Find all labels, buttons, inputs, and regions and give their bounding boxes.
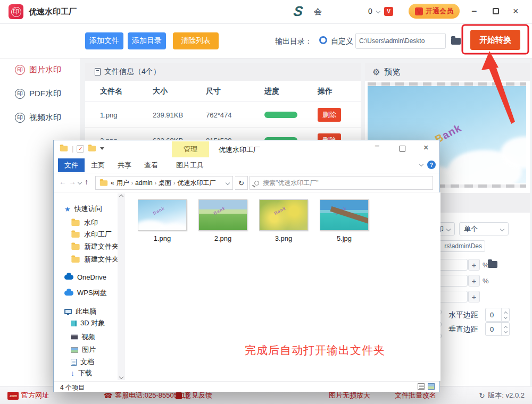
search-box[interactable]: 搜索"优速水印工厂"	[250, 176, 433, 190]
plus-button[interactable]: +	[468, 291, 480, 302]
nav-onedrive[interactable]: OneDrive	[64, 272, 106, 282]
plus-button[interactable]: +	[468, 259, 480, 271]
thumbnail-view-icon[interactable]	[428, 383, 435, 390]
nav-videos[interactable]: 视频	[71, 332, 95, 342]
col-size: 大小	[153, 87, 168, 96]
folder-icon[interactable]	[60, 146, 68, 151]
delete-button[interactable]: 删除	[318, 108, 341, 122]
breadcrumb[interactable]: 桌面	[159, 179, 171, 188]
browse-folder-icon[interactable]	[488, 261, 497, 268]
file-name[interactable]: 3.png	[259, 234, 308, 242]
nav-3d-objects[interactable]: 3D 对象	[71, 318, 105, 329]
selection-ants-top	[368, 82, 526, 86]
file-name[interactable]: 2.png	[198, 234, 247, 242]
tab-view[interactable]: 查看	[138, 158, 164, 172]
minimize-button[interactable]: −	[375, 141, 379, 151]
breadcrumb[interactable]: 用户	[117, 179, 129, 188]
version-info: ↻ 版本: v2.0.2	[479, 391, 525, 400]
forward-icon[interactable]: →	[69, 178, 76, 186]
history-dropdown-icon[interactable]	[78, 180, 82, 184]
percent-label: %	[483, 277, 489, 285]
manage-ribbon-tab[interactable]: 管理	[172, 141, 209, 157]
scroll-down-icon[interactable]	[119, 375, 123, 379]
phone-icon: ☎	[104, 392, 112, 400]
output-path-input[interactable]	[355, 33, 446, 49]
ribbon-collapse-icon[interactable]	[419, 162, 423, 166]
sidebar-item-image-watermark[interactable]: 印 图片水印	[15, 65, 61, 75]
tool-link-enlarge[interactable]: 图片无损放大	[329, 391, 370, 400]
close-button[interactable]: ×	[513, 5, 519, 17]
clear-list-button[interactable]: 清除列表	[173, 32, 219, 49]
tab-file[interactable]: 文件	[58, 158, 85, 172]
file-thumbnail[interactable]: Bank	[198, 199, 247, 231]
browse-folder-icon[interactable]	[451, 38, 461, 45]
h-margin-stepper[interactable]: 0	[485, 308, 510, 322]
tool-link-rename[interactable]: 文件批量改名	[395, 391, 436, 400]
maximize-button[interactable]	[400, 146, 405, 152]
file-thumbnail[interactable]: Bank	[320, 199, 369, 231]
address-bar[interactable]: « 用户 › admin › 桌面 › 优速水印工厂	[95, 176, 233, 190]
tab-share[interactable]: 共享	[111, 158, 138, 172]
chevron-down-icon[interactable]	[503, 315, 507, 319]
nav-folder[interactable]: 新建文件夹	[71, 254, 119, 265]
sidebar-item-pdf-watermark[interactable]: 印 PDF水印	[15, 89, 61, 99]
file-name[interactable]: 5.jpg	[320, 234, 369, 242]
output-dir-label: 输出目录：	[275, 37, 312, 46]
breadcrumb[interactable]: 优速水印工厂	[177, 179, 215, 188]
chevron-down-icon[interactable]	[226, 181, 230, 185]
file-thumbnail[interactable]: Bank	[259, 199, 308, 231]
v-margin-stepper[interactable]: 0	[485, 322, 510, 336]
upgrade-member-button[interactable]: V 开通会员	[409, 4, 460, 19]
tab-home[interactable]: 主页	[85, 158, 111, 172]
refresh-button[interactable]: ↻	[235, 176, 248, 190]
nav-wps-drive[interactable]: WPS网盘	[64, 288, 107, 298]
up-icon[interactable]: ↑	[85, 178, 88, 186]
quick-access-toolbar: | ✓	[59, 145, 104, 153]
nav-documents[interactable]: 文档	[71, 357, 94, 367]
back-icon[interactable]: ←	[59, 178, 66, 186]
details-view-icon[interactable]	[418, 383, 425, 390]
nav-downloads[interactable]: ↓ 下载	[71, 368, 92, 378]
folder-icon[interactable]	[88, 146, 96, 151]
chevron-down-icon[interactable]	[503, 330, 507, 333]
plus-button[interactable]: +	[468, 275, 480, 287]
explorer-titlebar[interactable]: | ✓ 管理 优速水印工厂 − ×	[54, 140, 439, 157]
refresh-icon[interactable]: ↻	[479, 392, 485, 400]
folder-icon	[71, 243, 79, 249]
tab-picture-tools[interactable]: 图片工具	[170, 158, 210, 172]
folder-icon	[71, 256, 79, 262]
vip-count[interactable]: 0	[368, 7, 372, 15]
breadcrumb[interactable]: admin	[135, 179, 153, 187]
minimize-button[interactable]: −	[471, 5, 477, 17]
nav-folder[interactable]: 水印工厂	[71, 229, 112, 240]
preview-panel-header: ⚙ 预览	[365, 63, 530, 81]
chevron-down-icon[interactable]	[376, 9, 380, 13]
close-button[interactable]: ×	[423, 143, 428, 153]
nav-folder[interactable]: 水印	[71, 217, 98, 228]
start-convert-button[interactable]: 开始转换	[470, 30, 520, 50]
sidebar-item-video-watermark[interactable]: 印 视频水印	[15, 113, 61, 123]
nav-quick-access[interactable]: ★ 快速访问	[64, 204, 102, 214]
film-icon	[71, 334, 78, 340]
help-icon[interactable]: ?	[427, 161, 436, 169]
maximize-button[interactable]	[493, 8, 499, 14]
official-website-link[interactable]: .com 官方网址	[7, 391, 49, 400]
nav-pictures[interactable]: 图片	[71, 344, 96, 355]
checkmark-icon[interactable]: ✓	[77, 145, 84, 153]
add-folder-button[interactable]: 添加目录	[128, 32, 166, 49]
nav-scrollbar[interactable]	[118, 193, 125, 380]
file-thumbnail[interactable]: Bank	[138, 199, 187, 231]
qat-dropdown-icon[interactable]	[100, 147, 104, 150]
mode-select[interactable]: 单个	[459, 222, 509, 235]
nav-this-pc[interactable]: 此电脑	[64, 306, 96, 317]
feedback-link[interactable]: 意见反馈	[176, 391, 212, 400]
add-file-button[interactable]: 添加文件	[85, 32, 123, 49]
cell-dimension: 762*474	[206, 111, 231, 119]
screen: 印 优速水印工厂 S 会 0 V V 开通会员 − × 添加文件 添加目录 清除…	[0, 0, 532, 404]
file-name[interactable]: 1.png	[138, 234, 187, 242]
explorer-statusbar: 4 个项目	[54, 381, 439, 392]
cube-icon	[71, 321, 77, 326]
custom-radio[interactable]	[319, 36, 327, 44]
nav-folder[interactable]: 新建文件夹	[71, 241, 119, 252]
scroll-up-icon[interactable]	[119, 195, 123, 199]
